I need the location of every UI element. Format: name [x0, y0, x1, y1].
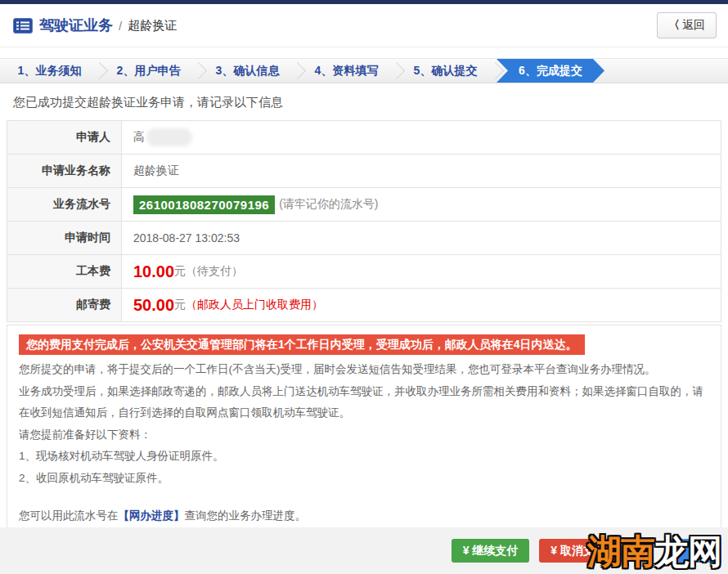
progress-note: 您可以用此流水号在【网办进度】查询您的业务办理进度。 — [19, 505, 709, 527]
footer-action-bar: ¥ 继续支付 ¥ 取消支付 — [0, 527, 728, 574]
tab-step-1[interactable]: 1、业务须知 — [0, 59, 99, 83]
note-paragraph-2: 业务成功受理后，如果选择邮政寄递的，邮政人员将上门送达机动车驾驶证，并收取办理业… — [19, 381, 709, 424]
tab-step-5-label: 5、确认提交 — [414, 64, 478, 78]
note-paragraph-3: 请您提前准备好以下资料： — [19, 424, 709, 446]
fee-label: 工本费 — [7, 255, 122, 288]
serial-number-value: 261001808270079196 (请牢记你的流水号) — [122, 188, 721, 221]
serial-number-badge: 261001808270079196 — [133, 195, 275, 214]
back-button[interactable]: 〈 返回 — [657, 12, 717, 38]
postage-label: 邮寄费 — [7, 289, 122, 321]
postage-note: （邮政人员上门收取费用） — [186, 298, 323, 312]
tab-step-4[interactable]: 4、资料填写 — [297, 59, 396, 83]
list-icon — [13, 18, 33, 34]
cancel-payment-button[interactable]: ¥ 取消支付 — [539, 539, 618, 563]
redacted-name-blur — [146, 128, 192, 146]
spacer — [19, 489, 709, 505]
breadcrumb-separator: / — [119, 19, 122, 33]
table-row-business-name: 申请业务名称 超龄换证 — [7, 155, 721, 188]
table-row-apply-time: 申请时间 2018-08-27 13:02:53 — [7, 222, 721, 255]
table-row-fee: 工本费 10.00 元（待支付） — [7, 255, 721, 289]
header: 驾驶证业务 / 超龄换证 〈 返回 — [0, 4, 728, 47]
obscured-blue-button[interactable] — [665, 539, 716, 563]
serial-number-note: (请牢记你的流水号) — [279, 197, 378, 212]
page: 驾驶证业务 / 超龄换证 〈 返回 1、业务须知 2、用户申告 3、确认信息 4… — [0, 0, 728, 574]
note-paragraph-1: 您所提交的申请，将于提交后的一个工作日(不含当天)受理，届时会发送短信告知受理结… — [19, 359, 709, 381]
notice-banner: 您的费用支付完成后，公安机关交通管理部门将在1个工作日内受理，受理成功后，邮政人… — [19, 334, 585, 355]
fee-value: 10.00 元（待支付） — [122, 255, 721, 288]
business-name-value: 超龄换证 — [122, 155, 721, 187]
table-row-serial-number: 业务流水号 261001808270079196 (请牢记你的流水号) — [7, 188, 721, 222]
step-tabs: 1、业务须知 2、用户申告 3、确认信息 4、资料填写 5、确认提交 6、完成提… — [0, 58, 728, 83]
postage-value: 50.00 元 （邮政人员上门收取费用） — [122, 289, 721, 321]
apply-time-value: 2018-08-27 13:02:53 — [122, 222, 721, 254]
fee-note: 元（待支付） — [174, 264, 243, 279]
tab-step-3-label: 3、确认信息 — [216, 64, 280, 78]
notes-box: 您的费用支付完成后，公安机关交通管理部门将在1个工作日内受理，受理成功后，邮政人… — [7, 325, 721, 540]
fee-amount: 10.00 — [133, 262, 174, 281]
tab-step-5[interactable]: 5、确认提交 — [396, 59, 495, 83]
business-name-label: 申请业务名称 — [7, 155, 122, 187]
serial-number-label: 业务流水号 — [7, 188, 122, 221]
chevron-separator-icon — [487, 62, 504, 79]
continue-payment-button[interactable]: ¥ 继续支付 — [452, 539, 530, 563]
note-list-item-2: 2、收回原机动车驾驶证原件。 — [19, 468, 709, 490]
breadcrumb: 超龄换证 — [128, 18, 177, 34]
note-list-item-1: 1、现场核对机动车驾驶人身份证明原件。 — [19, 446, 709, 468]
postage-amount: 50.00 — [133, 296, 174, 315]
table-row-postage: 邮寄费 50.00 元 （邮政人员上门收取费用） — [7, 289, 721, 322]
applicant-name-visible: 高 — [133, 130, 145, 145]
progress-text-after: 查询您的业务办理进度。 — [185, 509, 307, 522]
back-button-label: 返回 — [682, 18, 705, 33]
tab-step-1-label: 1、业务须知 — [18, 64, 82, 78]
tab-step-4-label: 4、资料填写 — [315, 64, 379, 78]
apply-time-label: 申请时间 — [7, 222, 122, 254]
progress-link[interactable]: 【网办进度】 — [119, 509, 185, 522]
applicant-value: 高 — [122, 121, 721, 154]
info-table: 申请人 高 申请业务名称 超龄换证 业务流水号 2610018082700791… — [7, 120, 721, 322]
progress-text-before: 您可以用此流水号在 — [19, 509, 119, 522]
applicant-label: 申请人 — [7, 121, 122, 154]
tab-step-6-active[interactable]: 6、完成提交 — [497, 59, 604, 83]
tab-step-3[interactable]: 3、确认信息 — [198, 59, 297, 83]
tab-step-2-label: 2、用户申告 — [117, 64, 181, 78]
tab-step-6-label: 6、完成提交 — [519, 64, 582, 78]
tab-step-2[interactable]: 2、用户申告 — [99, 59, 198, 83]
success-message: 您已成功提交超龄换证业务申请，请记录以下信息 — [0, 83, 728, 120]
page-title: 驾驶证业务 — [39, 16, 113, 35]
chevron-left-icon: 〈 — [668, 18, 680, 33]
table-row-applicant: 申请人 高 — [7, 121, 721, 155]
postage-unit: 元 — [174, 298, 186, 312]
